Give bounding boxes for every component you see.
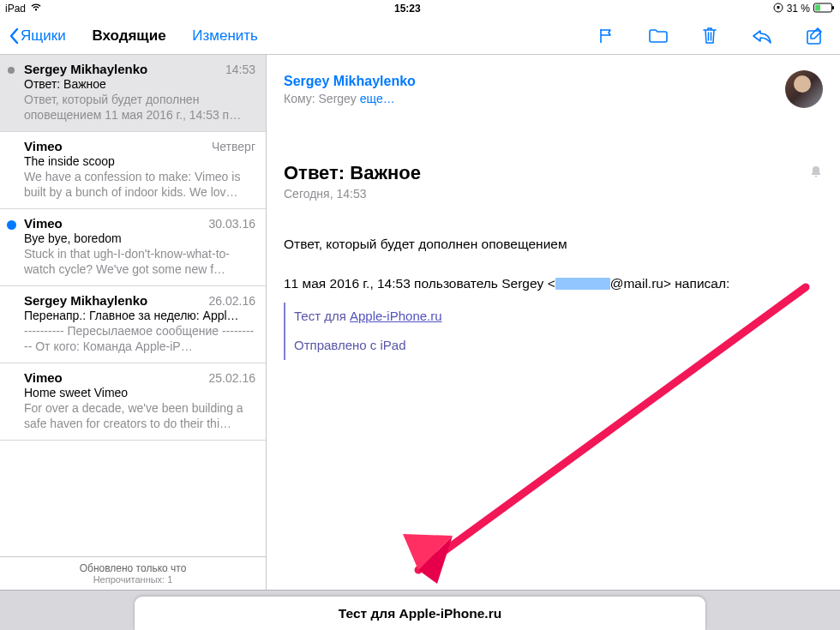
redacted-email (555, 278, 610, 290)
quote-link[interactable]: Apple-iPhone.ru (350, 309, 442, 323)
row-date: 14:53 (225, 63, 255, 76)
message-row[interactable]: VimeoЧетвергThe inside scoopWe have a co… (0, 132, 266, 209)
compose-icon[interactable] (806, 27, 825, 45)
flag-icon[interactable] (597, 27, 615, 45)
message-row[interactable]: Vimeo30.03.16Bye bye, boredomStuck in th… (0, 209, 266, 286)
rotation-lock-icon (773, 3, 783, 15)
device-label: iPad (5, 3, 26, 15)
bell-icon[interactable] (809, 165, 823, 183)
back-label: Ящики (21, 27, 66, 45)
message-detail: Sergey Mikhaylenko Кому: Sergey еще… Отв… (267, 55, 840, 590)
row-subject: The inside scoop (24, 154, 255, 168)
more-recipients[interactable]: еще… (360, 92, 395, 105)
row-preview: We have a confession to make: Vimeo is b… (24, 169, 255, 200)
message-body: Ответ, который будет дополнен оповещение… (284, 235, 823, 360)
edit-button[interactable]: Изменить (192, 27, 258, 45)
back-button[interactable]: Ящики (9, 27, 66, 45)
row-date: 25.02.16 (209, 371, 256, 385)
mailbox-title: Входящие (92, 27, 165, 45)
trash-icon[interactable] (701, 26, 718, 45)
avatar[interactable] (785, 70, 823, 108)
detail-date: Сегодня, 14:53 (284, 187, 823, 201)
row-from: Vimeo (24, 370, 63, 385)
svg-rect-1 (777, 6, 779, 9)
row-subject: Bye bye, boredom (24, 231, 255, 245)
row-subject: Home sweet Vimeo (24, 386, 255, 399)
row-from: Sergey Mikhaylenko (24, 293, 147, 308)
battery-pct: 31 % (787, 3, 810, 15)
row-date: 30.03.16 (209, 217, 256, 231)
footer-unread: Непрочитанных: 1 (0, 574, 266, 585)
message-row[interactable]: Sergey Mikhaylenko14:53Ответ: ВажноеОтве… (0, 55, 266, 132)
row-from: Vimeo (24, 216, 63, 231)
clock: 15:23 (42, 3, 773, 15)
detail-subject: Ответ: Важное (284, 162, 421, 184)
quoted-block: Тест для Apple-iPhone.ru Отправлено с iP… (284, 303, 823, 360)
row-date: Четверг (212, 140, 255, 153)
list-footer: Обновлено только что Непрочитанных: 1 (0, 556, 266, 590)
message-row[interactable]: Sergey Mikhaylenko26.02.16Перенапр.: Гла… (0, 286, 266, 363)
row-preview: Ответ, который будет дополнен оповещение… (24, 92, 255, 123)
wifi-icon (30, 3, 42, 15)
folder-icon[interactable] (648, 27, 669, 45)
row-from: Vimeo (24, 139, 63, 153)
status-bar: iPad 15:23 31 % (0, 0, 840, 17)
row-preview: For over a decade, we've been building a… (24, 400, 255, 431)
footer-status: Обновлено только что (0, 562, 266, 574)
message-list: Sergey Mikhaylenko14:53Ответ: ВажноеОтве… (0, 55, 267, 590)
detail-from[interactable]: Sergey Mikhaylenko (284, 74, 823, 89)
battery-icon (813, 3, 835, 15)
bottom-bar: Тест для Apple-iPhone.ru (0, 590, 840, 630)
svg-rect-4 (815, 4, 820, 10)
row-preview: ---------- Пересылаемое сообщение ------… (24, 323, 255, 354)
notification-banner[interactable]: Тест для Apple-iPhone.ru (134, 596, 706, 630)
row-date: 26.02.16 (209, 294, 256, 308)
row-subject: Перенапр.: Главное за неделю: Appl… (24, 309, 255, 322)
reply-icon[interactable] (751, 27, 773, 45)
detail-to: Кому: Sergey еще… (284, 92, 823, 105)
svg-rect-3 (832, 6, 834, 9)
row-from: Sergey Mikhaylenko (24, 62, 147, 76)
unread-dot (7, 220, 16, 230)
message-row[interactable]: Vimeo25.02.16Home sweet VimeoFor over a … (0, 363, 266, 441)
nav-bar: Ящики Входящие Изменить (0, 17, 840, 55)
row-preview: Stuck in that ugh-I-don't-know-what-to-w… (24, 246, 255, 277)
row-subject: Ответ: Важное (24, 77, 255, 91)
selected-dot (8, 67, 15, 74)
